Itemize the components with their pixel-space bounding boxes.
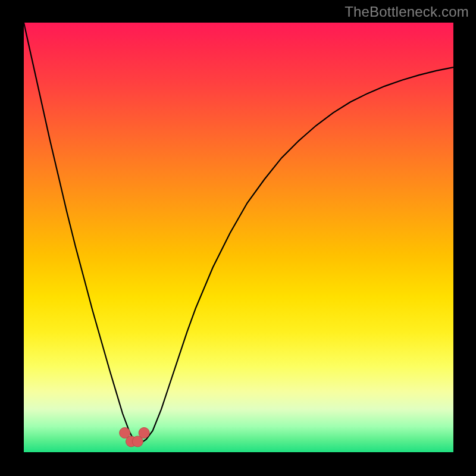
chart-frame: TheBottleneck.com [0,0,476,476]
minimum-markers [120,428,149,447]
minimum-marker [139,428,149,439]
plot-area [24,23,453,452]
curve-layer [24,23,453,452]
bottleneck-curve [24,23,453,444]
watermark-text: TheBottleneck.com [345,4,469,20]
